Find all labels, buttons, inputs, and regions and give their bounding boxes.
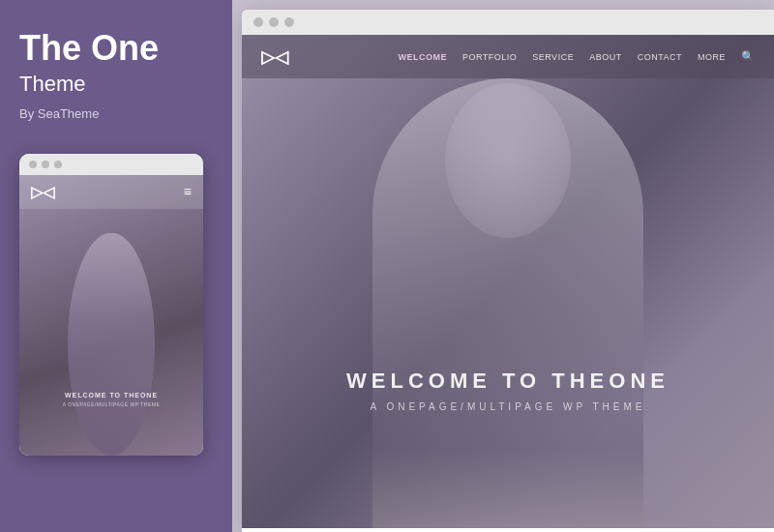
theme-name-line2: Theme	[19, 72, 159, 97]
mobile-preview: ▷◁ ≡ WELCOME TO THEONE A ONEPAGE/MULTIPA…	[19, 154, 203, 456]
desktop-dot-2	[269, 17, 279, 27]
mobile-screen: ▷◁ ≡ WELCOME TO THEONE A ONEPAGE/MULTIPA…	[19, 175, 203, 456]
desktop-nav-contact[interactable]: CONTACT	[638, 52, 682, 62]
desktop-hero-text: WELCOME TO THEONE A ONEPAGE/MULTIPAGE WP…	[242, 369, 774, 412]
desktop-nav-about[interactable]: ABOUT	[589, 52, 622, 62]
mobile-dot-3	[54, 161, 62, 168]
theme-author: By SeaTheme	[19, 106, 99, 121]
theme-name-line1: The One	[19, 29, 159, 68]
desktop-screen: ▷◁ WELCOME PORTFOLIO SERVICE ABOUT CONTA…	[242, 35, 774, 528]
mobile-browser-bar	[19, 154, 203, 175]
desktop-figure	[372, 78, 643, 528]
mobile-dot-2	[42, 161, 49, 168]
desktop-nav-portfolio[interactable]: PORTFOLIO	[462, 52, 517, 62]
desktop-nav-more[interactable]: MORE	[698, 52, 726, 62]
desktop-nav-service[interactable]: SERVICE	[532, 52, 574, 62]
mobile-text-overlay: WELCOME TO THEONE A ONEPAGE/MULTIPAGE WP…	[19, 392, 203, 407]
desktop-nav-welcome[interactable]: WELCOME	[398, 52, 447, 62]
mobile-dot-1	[29, 161, 37, 168]
desktop-tagline-text: A ONEPAGE/MULTIPAGE WP THEME	[242, 401, 774, 412]
desktop-search-icon[interactable]: 🔍	[741, 50, 755, 63]
desktop-browser-bar	[242, 10, 774, 35]
desktop-dot-1	[253, 17, 263, 27]
desktop-nav: ▷◁ WELCOME PORTFOLIO SERVICE ABOUT CONTA…	[242, 35, 774, 78]
main-content: ▷◁ WELCOME PORTFOLIO SERVICE ABOUT CONTA…	[232, 0, 774, 532]
sidebar: The One Theme By SeaTheme ▷◁ ≡ WELCOME T…	[0, 0, 232, 532]
theme-title: The One Theme	[19, 29, 159, 106]
mobile-hamburger-icon: ≡	[184, 184, 192, 199]
desktop-browser: ▷◁ WELCOME PORTFOLIO SERVICE ABOUT CONTA…	[242, 10, 774, 532]
mobile-logo-icon: ▷◁	[31, 183, 54, 201]
desktop-logo-icon: ▷◁	[261, 46, 288, 68]
mobile-tagline-text: A ONEPAGE/MULTIPAGE WP THEME	[19, 401, 203, 407]
mobile-nav: ▷◁ ≡	[19, 175, 203, 209]
desktop-figure-area	[242, 35, 774, 528]
desktop-welcome-text: WELCOME TO THEONE	[242, 369, 774, 394]
desktop-dot-3	[284, 17, 294, 27]
mobile-welcome-text: WELCOME TO THEONE	[19, 392, 203, 399]
